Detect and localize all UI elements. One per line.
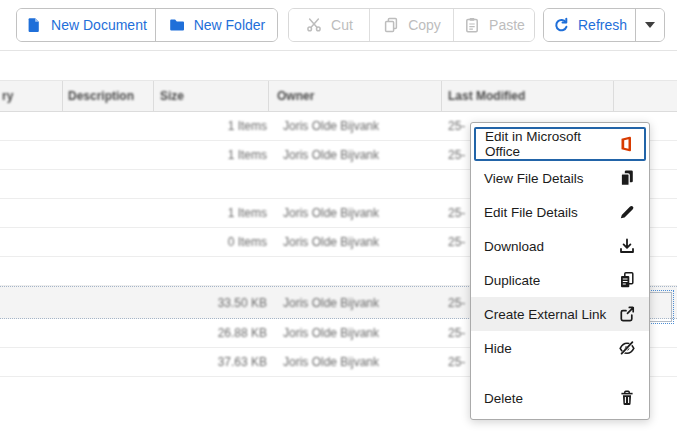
menu-item-label: Edit in Microsoft Office (485, 129, 617, 159)
paste-icon (463, 16, 481, 34)
menu-item-label: Create External Link (484, 307, 606, 322)
refresh-button[interactable]: Refresh (544, 9, 635, 41)
toolbar: New Document New Folder Cu (0, 8, 677, 42)
copy-icon (382, 16, 400, 34)
cell-owner: Joris Olde Bijvank (283, 141, 379, 169)
cell-size: 1 Items (157, 141, 267, 169)
context-menu: Edit in Microsoft Office View File Detai… (470, 122, 650, 420)
cell-owner: Joris Olde Bijvank (283, 348, 379, 376)
column-header-size[interactable]: Size (160, 81, 184, 111)
column-divider (441, 81, 442, 111)
eye-off-icon (618, 339, 636, 357)
menu-item-edit-file-details[interactable]: Edit File Details (471, 195, 649, 229)
menu-item-label: View File Details (484, 171, 584, 186)
menu-item-label: Duplicate (484, 273, 540, 288)
file-manager-screen: New Document New Folder Cu (0, 0, 677, 434)
copy-button[interactable]: Copy (369, 9, 453, 41)
column-divider (153, 81, 154, 111)
menu-item-edit-in-microsoft-office[interactable]: Edit in Microsoft Office (474, 127, 646, 161)
refresh-button-group: Refresh (543, 8, 665, 42)
paste-button[interactable]: Paste (453, 9, 534, 41)
cut-button[interactable]: Cut (289, 9, 369, 41)
menu-item-label: Edit File Details (484, 205, 578, 220)
new-folder-icon (168, 16, 186, 34)
cell-last-modified: 25- (448, 348, 465, 376)
cell-size: 1 Items (157, 112, 267, 140)
new-folder-button[interactable]: New Folder (155, 9, 277, 41)
clipboard-button-group: Cut Copy Pa (288, 8, 535, 42)
cell-size: 33.50 KB (157, 287, 267, 318)
cell-last-modified: 25- (448, 228, 465, 256)
refresh-dropdown-button[interactable] (635, 9, 664, 41)
menu-item-view-file-details[interactable]: View File Details (471, 161, 649, 195)
cell-size: 0 Items (157, 228, 267, 256)
column-divider (62, 81, 63, 111)
menu-item-label: Delete (484, 391, 523, 406)
duplicate-icon (618, 271, 636, 289)
cell-last-modified: 25- (448, 199, 465, 227)
cell-size: 1 Items (157, 199, 267, 227)
ms-office-icon (617, 135, 635, 153)
menu-item-create-external-link[interactable]: Create External Link (471, 297, 649, 331)
caret-down-icon (645, 22, 655, 28)
cell-last-modified: 25- (448, 287, 465, 318)
row-actions-focus-box[interactable] (647, 292, 672, 322)
cell-owner: Joris Olde Bijvank (283, 287, 379, 318)
column-header-owner[interactable]: Owner (277, 81, 314, 111)
refresh-icon (552, 16, 570, 34)
download-icon (618, 237, 636, 255)
trash-icon (618, 389, 636, 407)
menu-item-delete[interactable]: Delete (471, 381, 649, 415)
table-header: ry Description Size Owner Last Modified (0, 80, 677, 112)
new-folder-label: New Folder (194, 17, 266, 33)
paste-label: Paste (489, 17, 525, 33)
cell-owner: Joris Olde Bijvank (283, 199, 379, 227)
toolbar-divider (0, 50, 677, 51)
menu-item-download[interactable]: Download (471, 229, 649, 263)
cell-size: 37.63 KB (157, 348, 267, 376)
cut-label: Cut (331, 17, 353, 33)
new-document-label: New Document (51, 17, 147, 33)
cell-size (157, 257, 267, 285)
cell-owner: Joris Olde Bijvank (283, 228, 379, 256)
new-document-icon (25, 16, 43, 34)
menu-item-label: Hide (484, 341, 512, 356)
new-document-button[interactable]: New Document (17, 9, 155, 41)
column-divider (268, 81, 269, 111)
cell-last-modified: 25- (448, 112, 465, 140)
cell-owner: Joris Olde Bijvank (283, 112, 379, 140)
external-link-icon (618, 305, 636, 323)
column-divider (613, 81, 614, 111)
menu-item-hide[interactable]: Hide (471, 331, 649, 365)
cell-size (157, 170, 267, 198)
pencil-icon (618, 203, 636, 221)
create-button-group: New Document New Folder (16, 8, 278, 42)
refresh-label: Refresh (578, 17, 627, 33)
file-details-icon (618, 169, 636, 187)
column-header-description[interactable]: Description (68, 81, 134, 111)
scissors-icon (305, 16, 323, 34)
menu-separator-space (471, 365, 649, 381)
copy-label: Copy (408, 17, 441, 33)
column-header-category[interactable]: ry (2, 81, 13, 111)
menu-item-duplicate[interactable]: Duplicate (471, 263, 649, 297)
cell-last-modified: 25- (448, 319, 465, 347)
cell-owner: Joris Olde Bijvank (283, 319, 379, 347)
menu-item-label: Download (484, 239, 544, 254)
column-header-last-modified[interactable]: Last Modified (448, 81, 525, 111)
cell-last-modified: 25- (448, 141, 465, 169)
cell-size: 26.88 KB (157, 319, 267, 347)
